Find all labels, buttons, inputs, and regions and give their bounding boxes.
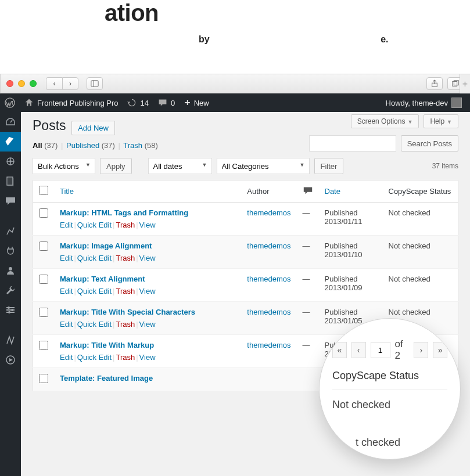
row-checkbox[interactable] [39,241,48,251]
date-filter-select[interactable]: All dates [148,158,212,174]
comments-cell: — [297,302,319,335]
menu-dashboard[interactable] [0,112,21,132]
add-new-button[interactable]: Add New [71,121,115,135]
action-view[interactable]: View [139,254,156,262]
filter-trash[interactable]: Trash [123,141,142,150]
sidebar-toggle-icon[interactable] [87,77,103,90]
pager-current-page[interactable] [371,342,390,358]
plus-icon: + [184,97,191,109]
date-cell: Published2013/01/09 [319,269,383,302]
action-quick-edit[interactable]: Quick Edit [77,320,112,329]
post-title-link[interactable]: Markup: Title With Markup [60,341,154,349]
row-checkbox[interactable] [39,341,48,350]
adminbar-site-name: Frontend Publishing Pro [37,99,118,107]
action-trash[interactable]: Trash [116,254,135,262]
row-checkbox[interactable] [39,275,48,284]
pager-first-button[interactable]: « [332,342,347,358]
author-link[interactable]: themedemos [247,275,290,283]
copyscape-cell: Not checked [383,203,458,236]
col-title[interactable]: Title [60,187,74,196]
row-checkbox[interactable] [39,308,48,317]
menu-plugins[interactable] [0,241,21,261]
search-posts-button[interactable]: Search Posts [401,135,458,152]
action-quick-edit[interactable]: Quick Edit [77,221,112,229]
action-trash[interactable]: Trash [116,353,135,362]
action-view[interactable]: View [139,287,156,295]
updates-count: 14 [140,99,148,107]
bulk-actions-select[interactable]: Bulk Actions [33,158,95,174]
category-filter-select[interactable]: All Categories [217,158,310,174]
action-trash[interactable]: Trash [116,221,135,229]
action-quick-edit[interactable]: Quick Edit [77,353,112,362]
screen-options-button[interactable]: Screen Options▼ [351,114,419,128]
author-link[interactable]: themedemos [247,341,290,349]
action-view[interactable]: View [139,320,156,329]
help-button[interactable]: Help▼ [424,114,458,128]
menu-pages[interactable] [0,171,21,191]
svg-point-7 [9,160,12,163]
comments-link[interactable]: 0 [153,93,180,112]
filter-published[interactable]: Published [66,141,99,150]
col-comments-icon[interactable] [297,181,319,203]
menu-custom-1[interactable] [0,330,21,350]
menu-posts[interactable] [0,132,21,152]
zoom-lens: « ‹ of 2 › » CopyScape Status Not checke… [319,318,461,460]
action-edit[interactable]: Edit [60,320,73,329]
action-edit[interactable]: Edit [60,287,73,295]
nav-back-button[interactable]: ‹ [46,77,62,90]
row-checkbox[interactable] [39,208,48,218]
filter-trash-count: (58) [145,141,158,150]
select-all-checkbox[interactable] [39,186,48,195]
action-trash[interactable]: Trash [116,320,135,329]
minimize-window-icon[interactable] [18,80,25,87]
author-link[interactable]: themedemos [247,208,290,217]
post-title-link[interactable]: Template: Featured Image [60,374,153,383]
menu-tools[interactable] [0,280,21,300]
svg-rect-4 [454,81,458,85]
post-title-link[interactable]: Markup: Text Alignment [60,275,145,283]
new-content-link[interactable]: + New [180,93,214,112]
action-view[interactable]: View [139,221,156,229]
author-link[interactable]: themedemos [247,241,290,250]
close-window-icon[interactable] [6,80,13,87]
col-date[interactable]: Date [325,187,340,196]
menu-comments[interactable] [0,191,21,211]
pager-next-button[interactable]: › [414,342,428,358]
action-edit[interactable]: Edit [60,221,73,229]
action-trash[interactable]: Trash [116,287,135,295]
post-title-link[interactable]: Markup: Image Alignment [60,241,152,250]
action-edit[interactable]: Edit [60,254,73,262]
action-quick-edit[interactable]: Quick Edit [77,287,112,295]
post-title-link[interactable]: Markup: HTML Tags and Formatting [60,208,188,217]
page-title: Posts [33,118,66,134]
site-name-link[interactable]: Frontend Publishing Pro [20,93,123,112]
filter-button[interactable]: Filter [314,158,344,174]
filter-all[interactable]: All [33,141,42,150]
updates-link[interactable]: 14 [123,93,153,112]
share-icon[interactable] [426,77,443,90]
menu-custom-2[interactable] [0,350,21,370]
apply-button[interactable]: Apply [100,158,132,174]
row-checkbox[interactable] [39,374,48,383]
hero-subtitle: by e. [0,34,456,45]
wp-logo-icon[interactable] [0,93,20,112]
search-input[interactable] [309,135,396,152]
menu-media[interactable] [0,152,21,171]
menu-appearance[interactable] [0,221,21,241]
greeting-text: Howdy, theme-dev [386,99,448,107]
action-edit[interactable]: Edit [60,353,73,362]
menu-users[interactable] [0,261,21,280]
action-view[interactable]: View [139,353,156,362]
new-tab-button[interactable]: + [460,74,470,93]
table-row: Markup: HTML Tags and FormattingEdit|Qui… [33,203,458,236]
action-quick-edit[interactable]: Quick Edit [77,254,112,262]
maximize-window-icon[interactable] [30,80,37,87]
author-link[interactable]: themedemos [247,308,290,316]
user-greeting[interactable]: Howdy, theme-dev [381,93,467,112]
pager-prev-button[interactable]: ‹ [351,342,366,358]
help-label: Help [430,117,444,125]
pager-last-button[interactable]: » [433,342,447,358]
post-title-link[interactable]: Markup: Title With Special Characters [60,308,195,316]
nav-forward-button[interactable]: › [62,77,78,90]
menu-settings[interactable] [0,300,21,320]
